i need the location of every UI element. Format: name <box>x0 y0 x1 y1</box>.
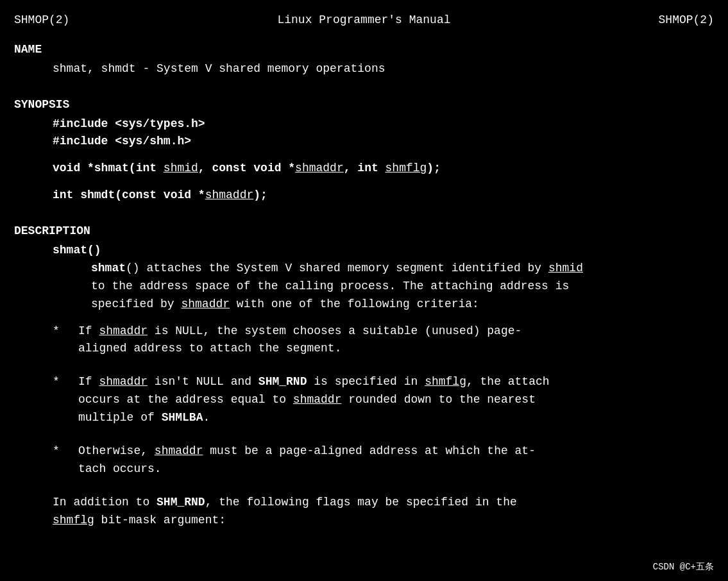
bullet2-shmaddr2: shmaddr <box>293 393 342 406</box>
header-center: Linux Programmer's Manual <box>277 12 450 29</box>
footer-label: CSDN @C+五条 <box>653 562 714 572</box>
bullet1-shmaddr: shmaddr <box>99 324 148 337</box>
func1-shmaddr: shmaddr <box>295 162 344 174</box>
func2-signature: int shmdt(const void *shmaddr); <box>14 187 714 205</box>
manual-header: SHMOP(2) Linux Programmer's Manual SHMOP… <box>14 12 714 29</box>
bullet2-shmflg: shmflg <box>425 375 466 388</box>
bullet3-line2: tach occurs. <box>78 460 714 478</box>
func2-int: int shmdt( <box>53 189 122 201</box>
desc1-text: () attaches the System V shared memory s… <box>126 262 548 274</box>
func1-comma1: , <box>198 162 212 174</box>
description-label: DESCRIPTION <box>14 223 714 240</box>
addition-line2: shmflg bit-mask argument: <box>53 512 714 530</box>
include1: #include <sys/types.h> <box>14 115 714 133</box>
bullet2-shm-rnd: SHM_RND <box>258 375 307 388</box>
bullet2-shmlba: SHMLBA <box>162 411 203 424</box>
bullet2-line1: If shmaddr isn't NULL and SHM_RND is spe… <box>78 373 714 391</box>
addition-para: In addition to SHM_RND, the following fl… <box>14 494 714 530</box>
func1-int2: int <box>357 162 385 174</box>
desc-para1-line3: specified by shmaddr with one of the fol… <box>14 296 714 314</box>
func1-const-void: const void * <box>212 162 295 174</box>
bullet2-line3: multiple of SHMLBA. <box>78 409 714 427</box>
synopsis-label: SYNOPSIS <box>14 96 714 114</box>
func1-shmflg: shmflg <box>385 162 427 174</box>
desc1-shmid: shmid <box>548 262 583 274</box>
addition-shmflg: shmflg <box>53 514 94 526</box>
footer: CSDN @C+五条 <box>653 560 714 575</box>
desc-para1: shmat() attaches the System V shared mem… <box>14 260 714 278</box>
addition-line1: In addition to SHM_RND, the following fl… <box>53 494 714 512</box>
func2-const-void: const void * <box>122 189 205 201</box>
shmat-label: shmat() <box>14 242 714 260</box>
description-section: DESCRIPTION shmat() shmat() attaches the… <box>14 223 714 529</box>
desc-para1-line2: to the address space of the calling proc… <box>14 278 714 296</box>
bullet3-content: Otherwise, shmaddr must be a page-aligne… <box>78 442 714 478</box>
name-label: NAME <box>14 41 714 59</box>
func1-shmat: shmat( <box>94 162 136 174</box>
desc1-shmaddr: shmaddr <box>181 298 230 310</box>
bullet1-block: * If shmaddr is NULL, the system chooses… <box>14 323 714 358</box>
func1-end: ); <box>427 162 441 174</box>
synopsis-section: SYNOPSIS #include <sys/types.h> #include… <box>14 96 714 205</box>
include2: #include <sys/shm.h> <box>14 133 714 151</box>
func1-int: int <box>136 162 164 174</box>
bullet3-block: * Otherwise, shmaddr must be a page-alig… <box>14 442 714 478</box>
bullet2-shmaddr: shmaddr <box>99 375 148 388</box>
bullet1-content: If shmaddr is NULL, the system chooses a… <box>78 323 714 358</box>
bullet1-line2: aligned address to attach the segment. <box>78 340 714 358</box>
name-section: NAME shmat, shmdt - System V shared memo… <box>14 41 714 78</box>
bullet2-line2: occurs at the address equal to shmaddr r… <box>78 391 714 409</box>
func2-end: ); <box>253 189 267 201</box>
header-right: SHMOP(2) <box>659 12 714 29</box>
bullet1-star: * <box>53 323 78 358</box>
bullet2-content: If shmaddr isn't NULL and SHM_RND is spe… <box>78 373 714 427</box>
bullet3-shmaddr: shmaddr <box>155 444 203 457</box>
addition-shm-rnd: SHM_RND <box>157 496 205 509</box>
func1-signature: void *shmat(int shmid, const void *shmad… <box>14 160 714 178</box>
header-left: SHMOP(2) <box>14 12 69 29</box>
func2-shmaddr: shmaddr <box>205 189 254 201</box>
func1-comma2: , <box>344 162 358 174</box>
func1-void: void * <box>53 162 94 174</box>
bullet1-line1: If shmaddr is NULL, the system chooses a… <box>78 323 714 341</box>
shmat-bold: shmat <box>91 262 126 274</box>
bullet3-line1: Otherwise, shmaddr must be a page-aligne… <box>78 442 714 460</box>
bullet2-star: * <box>53 373 78 427</box>
name-content: shmat, shmdt - System V shared memory op… <box>14 60 714 78</box>
bullet3-star: * <box>53 442 78 478</box>
bullet2-block: * If shmaddr isn't NULL and SHM_RND is s… <box>14 373 714 427</box>
func1-shmid: shmid <box>164 162 198 174</box>
